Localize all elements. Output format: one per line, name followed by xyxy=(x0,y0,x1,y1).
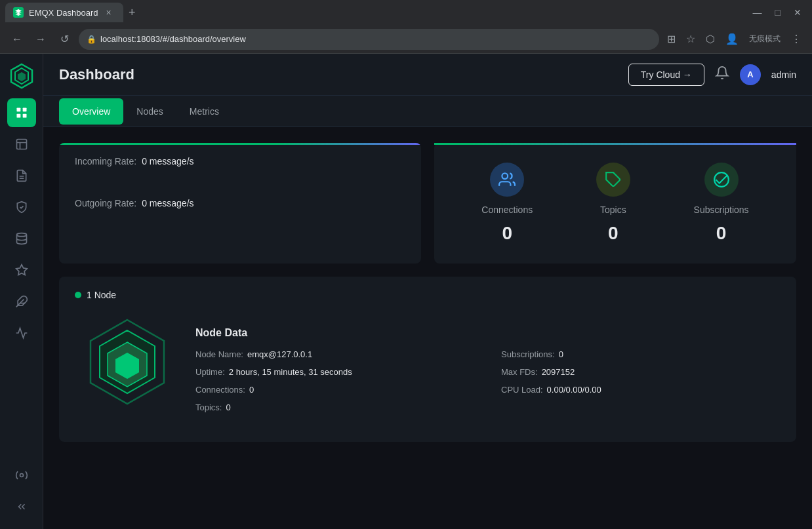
connections-icon xyxy=(490,163,524,197)
incoming-rate-value: 0 message/s xyxy=(142,156,193,167)
tab-nodes[interactable]: Nodes xyxy=(123,98,176,125)
svg-rect-5 xyxy=(16,114,20,118)
uptime-row: Uptime: 2 hours, 15 minutes, 31 seconds xyxy=(195,367,475,377)
cpu-load-row: CPU Load: 0.00/0.00/0.00 xyxy=(501,385,781,395)
sidebar-item-connector[interactable] xyxy=(7,130,36,159)
header-actions: Try Cloud → A admin xyxy=(628,64,796,86)
subscriptions-data-value: 0 xyxy=(559,349,563,359)
sidebar-item-dashboard[interactable] xyxy=(7,98,36,127)
browser-tab[interactable]: EMQX Dashboard × xyxy=(5,3,123,22)
cpu-load-label: CPU Load: xyxy=(501,385,543,395)
cpu-load-value: 0.00/0.00/0.00 xyxy=(547,385,601,395)
node-name-label: Node Name: xyxy=(195,349,243,359)
svg-rect-4 xyxy=(22,108,26,112)
stat-connections: Connections 0 xyxy=(481,163,533,244)
topics-value: 0 xyxy=(608,223,619,244)
connections-label: Connections xyxy=(481,205,533,215)
logo[interactable] xyxy=(7,62,36,90)
outgoing-rate-label: Outgoing Rate: xyxy=(75,198,136,208)
try-cloud-button[interactable]: Try Cloud → xyxy=(628,64,704,86)
subscriptions-row: Subscriptions: 0 xyxy=(501,349,781,359)
forward-button[interactable]: → xyxy=(31,30,50,49)
stats-grid: Connections 0 Topics xyxy=(450,156,781,250)
incognito-label: 无痕模式 xyxy=(746,31,783,47)
outgoing-rate-value: 0 message/s xyxy=(142,198,193,208)
sidebar-item-security[interactable] xyxy=(7,193,36,222)
subscriptions-value: 0 xyxy=(716,223,727,244)
sidebar-item-system[interactable] xyxy=(7,461,36,490)
main-content: Dashboard Try Cloud → A admin xyxy=(43,54,812,529)
svg-point-14 xyxy=(502,173,508,179)
node-name-value: emqx@127.0.0.1 xyxy=(247,349,312,359)
topics-data-label: Topics: xyxy=(195,402,222,412)
extension-icon[interactable]: ⬡ xyxy=(703,30,718,48)
new-tab-button[interactable]: + xyxy=(129,6,136,20)
node-data-title: Node Data xyxy=(195,327,781,339)
max-fds-label: Max FDs: xyxy=(501,367,538,377)
nav-action-buttons: ⊞ ☆ ⬡ 👤 无痕模式 ⋮ xyxy=(664,30,804,48)
stat-topics: Topics 0 xyxy=(596,163,630,244)
svg-point-10 xyxy=(16,233,26,237)
browser-navbar: ← → ↺ 🔒 localhost:18083/#/dashboard/over… xyxy=(0,25,812,54)
node-data-panel: Node Data Node Name: emqx@127.0.0.1 Subs… xyxy=(195,327,781,412)
reload-button[interactable]: ↺ xyxy=(55,30,73,49)
node-status-dot xyxy=(75,292,81,298)
tab-title: EMQX Dashboard xyxy=(29,8,98,18)
svg-point-13 xyxy=(20,474,23,477)
close-button[interactable]: ✕ xyxy=(788,5,807,20)
sidebar-item-extension[interactable] xyxy=(7,256,36,284)
stat-subscriptions: Subscriptions 0 xyxy=(694,163,749,244)
svg-rect-7 xyxy=(16,140,26,149)
topics-data-value: 0 xyxy=(226,402,230,412)
tab-overview[interactable]: Overview xyxy=(59,98,123,125)
node-count-label: 1 Node xyxy=(87,290,116,300)
top-cards-row: Incoming Rate: 0 message/s Outgoing Rate… xyxy=(59,143,796,264)
sidebar xyxy=(0,54,43,529)
node-section: 1 Node xyxy=(59,277,796,442)
bookmark-icon[interactable]: ☆ xyxy=(683,30,698,48)
window-controls: — □ ✕ xyxy=(748,5,807,20)
svg-marker-2 xyxy=(18,72,26,81)
svg-rect-6 xyxy=(22,114,26,118)
subscriptions-data-label: Subscriptions: xyxy=(501,349,555,359)
url-text: localhost:18083/#/dashboard/overview xyxy=(100,34,246,44)
tab-close-button[interactable]: × xyxy=(106,7,112,18)
tab-metrics[interactable]: Metrics xyxy=(176,98,232,125)
page-header: Dashboard Try Cloud → A admin xyxy=(43,54,812,96)
uptime-value: 2 hours, 15 minutes, 31 seconds xyxy=(229,367,352,377)
node-header: 1 Node xyxy=(75,290,781,300)
minimize-button[interactable]: — xyxy=(748,5,767,20)
topics-icon xyxy=(596,163,630,197)
max-fds-row: Max FDs: 2097152 xyxy=(501,367,781,377)
topics-data-row: Topics: 0 xyxy=(195,402,475,412)
browser-titlebar: EMQX Dashboard × + — □ ✕ xyxy=(0,0,812,25)
stats-card: Connections 0 Topics xyxy=(434,143,796,264)
menu-icon[interactable]: ⋮ xyxy=(788,30,804,48)
max-fds-value: 2097152 xyxy=(542,367,575,377)
tab-favicon xyxy=(13,7,24,18)
rate-card: Incoming Rate: 0 message/s Outgoing Rate… xyxy=(59,143,421,264)
connections-value: 0 xyxy=(502,223,512,244)
app-container: Dashboard Try Cloud → A admin xyxy=(0,54,812,529)
node-name-row: Node Name: emqx@127.0.0.1 xyxy=(195,349,475,359)
sidebar-item-plugin[interactable] xyxy=(7,287,36,316)
topics-label: Topics xyxy=(600,205,626,215)
outgoing-rate-row: Outgoing Rate: 0 message/s xyxy=(75,198,405,208)
node-visual xyxy=(75,311,180,429)
incoming-rate-label: Incoming Rate: xyxy=(75,156,136,167)
admin-username: admin xyxy=(771,69,796,80)
incoming-rate-row: Incoming Rate: 0 message/s xyxy=(75,156,405,167)
back-button[interactable]: ← xyxy=(8,30,26,49)
translate-icon[interactable]: ⊞ xyxy=(664,30,678,48)
address-bar[interactable]: 🔒 localhost:18083/#/dashboard/overview xyxy=(79,29,659,50)
subscriptions-label: Subscriptions xyxy=(694,205,749,215)
sidebar-item-data[interactable] xyxy=(7,224,36,253)
sidebar-item-diag[interactable] xyxy=(7,319,36,347)
uptime-label: Uptime: xyxy=(195,367,225,377)
maximize-button[interactable]: □ xyxy=(770,5,786,20)
notification-bell-icon[interactable] xyxy=(715,66,729,83)
sidebar-collapse-button[interactable] xyxy=(7,492,36,521)
profile-icon[interactable]: 👤 xyxy=(723,30,741,48)
sidebar-item-rule[interactable] xyxy=(7,161,36,190)
subscriptions-icon xyxy=(704,163,739,197)
